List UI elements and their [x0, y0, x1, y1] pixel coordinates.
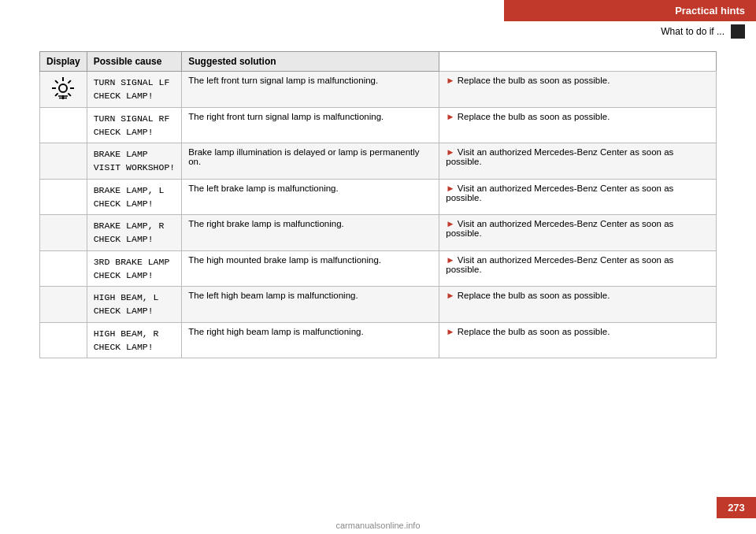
display-icon-cell	[40, 72, 87, 108]
bullet-arrow: ►	[446, 291, 454, 300]
solution-text: Replace the bulb as soon as possible.	[458, 327, 610, 336]
bullet-arrow: ►	[446, 76, 454, 85]
suggested-solution-cell: ►Replace the bulb as soon as possible.	[439, 287, 717, 323]
what-to-do-bar: What to do if ...	[504, 21, 756, 42]
page-container: Practical hints What to do if ... Displa…	[0, 0, 756, 534]
practical-hints-bar: Practical hints	[504, 0, 756, 21]
table-row: HIGH BEAM, L CHECK LAMP!The left high be…	[40, 287, 717, 323]
display-code-cell: BRAKE LAMP, L CHECK LAMP!	[87, 179, 182, 215]
table-row: BRAKE LAMP, L CHECK LAMP!The left brake …	[40, 179, 717, 215]
solution-text: Visit an authorized Mercedes-Benz Center…	[446, 147, 673, 166]
possible-cause-cell: Brake lamp illumination is delayed or la…	[182, 143, 439, 180]
display-code-cell: BRAKE LAMP, R CHECK LAMP!	[87, 215, 182, 251]
bullet-arrow: ►	[446, 219, 454, 228]
display-empty-cell	[40, 250, 87, 287]
table-row: BRAKE LAMP VISIT WORKSHOP!Brake lamp ill…	[40, 143, 717, 180]
page-number: 273	[717, 497, 756, 518]
svg-point-0	[59, 84, 67, 92]
possible-cause-cell: The right high beam lamp is malfunctioni…	[182, 322, 439, 358]
display-empty-cell	[40, 322, 87, 358]
svg-line-8	[55, 93, 58, 96]
display-empty-cell	[40, 143, 87, 180]
table-row: TURN SIGNAL RF CHECK LAMP!The right fron…	[40, 107, 717, 143]
header-section: Practical hints What to do if ...	[504, 0, 756, 42]
display-code-cell: HIGH BEAM, R CHECK LAMP!	[87, 322, 182, 358]
display-code-cell: 3RD BRAKE LAMP CHECK LAMP!	[87, 250, 182, 287]
table-header-row: Display Possible cause Suggested solutio…	[40, 52, 717, 72]
bullet-arrow: ►	[446, 112, 454, 121]
bullet-arrow: ►	[446, 184, 454, 193]
possible-cause-cell: The left front turn signal lamp is malfu…	[182, 72, 439, 108]
display-code-cell: TURN SIGNAL RF CHECK LAMP!	[87, 107, 182, 143]
bullet-arrow: ►	[446, 147, 454, 157]
watermark: carmanualsonline.info	[335, 521, 420, 530]
suggested-solution-cell: ►Replace the bulb as soon as possible.	[439, 72, 717, 108]
svg-line-7	[69, 80, 72, 83]
suggested-solution-cell: ►Visit an authorized Mercedes-Benz Cente…	[439, 215, 717, 251]
bullet-arrow: ►	[446, 255, 454, 265]
solution-text: Replace the bulb as soon as possible.	[458, 291, 610, 300]
suggested-solution-cell: ►Visit an authorized Mercedes-Benz Cente…	[439, 143, 717, 180]
possible-cause-cell: The left high beam lamp is malfunctionin…	[182, 287, 439, 323]
suggested-solution-cell: ►Visit an authorized Mercedes-Benz Cente…	[439, 179, 717, 215]
display-empty-cell	[40, 287, 87, 323]
solution-text: Replace the bulb as soon as possible.	[458, 76, 610, 85]
lamp-check-icon	[50, 76, 76, 101]
svg-line-5	[55, 80, 58, 83]
svg-line-6	[69, 93, 72, 96]
display-empty-cell	[40, 215, 87, 251]
display-code-cell: BRAKE LAMP VISIT WORKSHOP!	[87, 143, 182, 180]
display-empty-cell	[40, 179, 87, 215]
possible-cause-cell: The high mounted brake lamp is malfuncti…	[182, 250, 439, 287]
table-row: 3RD BRAKE LAMP CHECK LAMP!The high mount…	[40, 250, 717, 287]
main-table: Display Possible cause Suggested solutio…	[39, 51, 717, 358]
suggested-solution-cell: ►Replace the bulb as soon as possible.	[439, 322, 717, 358]
col-display: Display	[40, 52, 87, 72]
solution-text: Visit an authorized Mercedes-Benz Center…	[446, 184, 673, 202]
black-square-icon	[731, 24, 745, 39]
practical-hints-label: Practical hints	[675, 5, 745, 17]
display-code-cell: TURN SIGNAL LF CHECK LAMP!	[87, 72, 182, 108]
possible-cause-cell: The left brake lamp is malfunctioning.	[182, 179, 439, 215]
col-suggested-solution: Suggested solution	[182, 52, 439, 72]
possible-cause-cell: The right brake lamp is malfunctioning.	[182, 215, 439, 251]
main-content: Display Possible cause Suggested solutio…	[39, 51, 717, 358]
what-to-do-label: What to do if ...	[661, 26, 724, 37]
table-row: TURN SIGNAL LF CHECK LAMP!The left front…	[40, 72, 717, 108]
solution-text: Visit an authorized Mercedes-Benz Center…	[446, 255, 673, 274]
solution-text: Replace the bulb as soon as possible.	[458, 112, 610, 121]
col-possible-cause: Possible cause	[87, 52, 182, 72]
solution-text: Visit an authorized Mercedes-Benz Center…	[446, 219, 673, 238]
table-row: BRAKE LAMP, R CHECK LAMP!The right brake…	[40, 215, 717, 251]
possible-cause-cell: The right front turn signal lamp is malf…	[182, 107, 439, 143]
display-code-cell: HIGH BEAM, L CHECK LAMP!	[87, 287, 182, 323]
display-empty-cell	[40, 107, 87, 143]
suggested-solution-cell: ►Visit an authorized Mercedes-Benz Cente…	[439, 250, 717, 287]
bullet-arrow: ►	[446, 327, 454, 336]
suggested-solution-cell: ►Replace the bulb as soon as possible.	[439, 107, 717, 143]
table-row: HIGH BEAM, R CHECK LAMP!The right high b…	[40, 322, 717, 358]
